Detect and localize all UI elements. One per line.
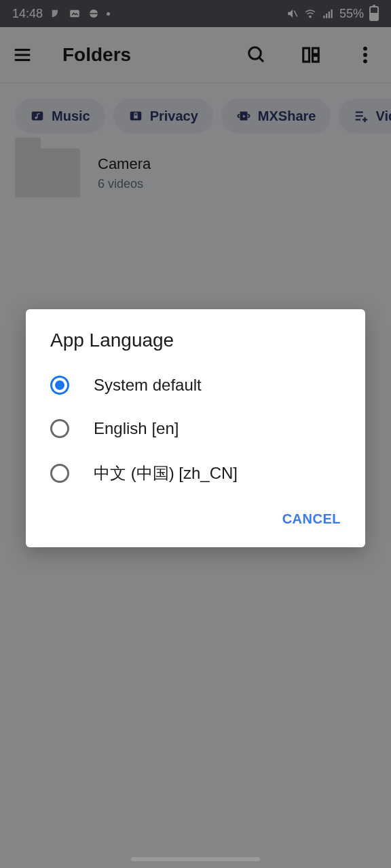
radio-option-chinese[interactable]: 中文 (中国) [zh_CN] xyxy=(26,450,365,496)
radio-option-system-default[interactable]: System default xyxy=(26,363,365,407)
radio-label: 中文 (中国) [zh_CN] xyxy=(94,462,238,484)
radio-icon xyxy=(50,464,69,483)
language-dialog: App Language System default English [en]… xyxy=(26,309,365,547)
radio-icon xyxy=(50,419,69,438)
radio-label: System default xyxy=(94,376,202,395)
radio-label: English [en] xyxy=(94,419,179,438)
radio-icon xyxy=(50,376,69,395)
cancel-button[interactable]: CANCEL xyxy=(282,511,341,527)
nav-handle[interactable] xyxy=(131,857,260,861)
screen: 14:48 55% xyxy=(0,0,391,868)
radio-option-english[interactable]: English [en] xyxy=(26,407,365,450)
dialog-title: App Language xyxy=(26,330,365,363)
dialog-actions: CANCEL xyxy=(26,496,365,534)
